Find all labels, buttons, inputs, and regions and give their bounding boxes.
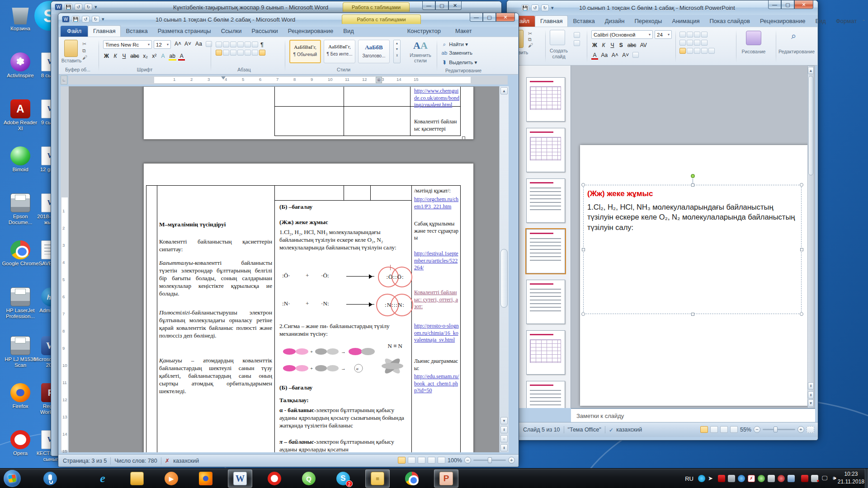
align-left-icon[interactable] [679, 48, 686, 54]
qat-dropdown-icon[interactable]: ▾ [94, 4, 97, 10]
tray-usb-icon[interactable] [728, 475, 735, 482]
tray-sync-icon[interactable] [758, 475, 765, 482]
language-indicator[interactable]: казахский [616, 427, 642, 433]
resize-handle[interactable] [691, 313, 694, 316]
align-right-icon[interactable] [230, 50, 236, 56]
zoom-in-button[interactable]: + [797, 426, 804, 433]
slide-layout-icons[interactable] [573, 31, 580, 47]
table-column-marker[interactable]: ⊞ [376, 77, 382, 83]
resize-handle[interactable] [581, 183, 585, 187]
qat-dropdown-icon[interactable]: ▾ [102, 16, 104, 22]
cut-copy-format-icons[interactable]: ✂⧉🖌 [528, 31, 533, 48]
tab-animations[interactable]: Анимация [667, 16, 704, 27]
bold-button[interactable]: Ж [591, 42, 598, 48]
columns-icon[interactable] [694, 40, 700, 46]
paste-icon[interactable] [64, 40, 78, 57]
style-normal[interactable]: АаБбВвГг,¶ Обычный [289, 40, 321, 63]
change-styles-button[interactable]: АА Изменить стили [408, 40, 433, 63]
close-button[interactable]: ✕ [794, 0, 813, 9]
undo-icon[interactable]: ↺ [75, 4, 82, 10]
new-slide-label[interactable]: Создать слайд [545, 48, 572, 59]
taskbar-powerpoint-active[interactable]: P [434, 469, 458, 488]
editing-group-label[interactable]: Редактирование [775, 49, 818, 54]
new-slide-icon[interactable] [550, 30, 565, 45]
page1-note[interactable]: Ковалентті байланыс қасиеттері [414, 118, 459, 132]
document-page-1[interactable]: http://www.chemguide.co.uk/atoms/bonding… [143, 86, 474, 140]
strikethrough-button[interactable]: abc [627, 42, 637, 48]
next-slide-icon[interactable]: ⇟ [808, 391, 814, 399]
close-button[interactable]: ✕ [496, 13, 515, 22]
numbering-icon[interactable] [687, 32, 693, 38]
underline-button[interactable]: Ч [609, 42, 616, 48]
shrink-font-button[interactable]: А˅ [621, 52, 630, 58]
multilevel-list-icon[interactable] [230, 42, 236, 47]
slide-thumbnail[interactable] [526, 77, 565, 122]
style-heading[interactable]: АаБбВЗаголово... [358, 40, 390, 63]
spellcheck-icon[interactable]: ✗ [165, 457, 170, 464]
outdent-icon[interactable] [679, 40, 686, 46]
minimize-button[interactable]: — [470, 13, 483, 22]
style-no-spacing[interactable]: АаБбВвГг,¶ Без инте... [324, 40, 355, 63]
shading-icon[interactable] [252, 50, 258, 56]
undo-icon[interactable]: ↺ [82, 16, 90, 23]
paste-label[interactable]: Вставить [60, 58, 83, 63]
minimize-ribbon-icon[interactable]: ⌃ [862, 19, 865, 24]
tab-view[interactable]: Вид [338, 26, 359, 37]
discussion-heading[interactable]: Талқылау: [279, 397, 309, 404]
assessment-1[interactable]: (Б) –бағалау [279, 203, 312, 211]
font-color-button[interactable]: А [591, 52, 598, 60]
slide-sorter-icon[interactable] [710, 426, 718, 433]
taskbar-qip[interactable]: Q [297, 469, 321, 488]
resize-handle[interactable] [582, 248, 585, 251]
task-2-text[interactable]: 2.Сигма – және пи- байланыстардың түзілу… [279, 323, 408, 338]
char-spacing-button[interactable]: AV [639, 42, 648, 48]
desktop-icon-recycle-bin[interactable]: Корзина [1, 5, 40, 32]
zoom-out-button[interactable]: − [754, 426, 760, 433]
clock[interactable]: 10:23 21.11.2018 [838, 470, 864, 486]
shrink-font-button[interactable]: А˅ [184, 41, 192, 47]
tray-network-icon[interactable]: 🖵 [821, 475, 828, 482]
tray-kaspersky-icon[interactable] [718, 475, 725, 482]
rotate-handle[interactable] [691, 174, 695, 178]
draft-view-icon[interactable] [438, 457, 445, 464]
context-tab-header[interactable]: Работа с таблицами [343, 2, 410, 12]
bullets-icon[interactable] [216, 42, 222, 47]
find-button[interactable]: ⌕ Найти ▾ [441, 41, 468, 47]
maximize-button[interactable]: ▢ [483, 13, 496, 22]
scrollbar-thumb[interactable] [500, 249, 508, 308]
save-icon[interactable]: 💾 [521, 5, 529, 11]
outdent-icon[interactable] [237, 42, 244, 47]
save-icon[interactable]: 💾 [65, 4, 72, 10]
link-orgchem[interactable]: http://orgchem.ru/chem1/P3_221.htm [414, 196, 459, 210]
change-case-button[interactable]: Аа [194, 41, 203, 47]
maximize-button[interactable]: ▢ [781, 0, 794, 9]
align-text-icon[interactable] [701, 40, 708, 46]
tab-page-layout[interactable]: Разметка страницы [153, 26, 216, 37]
fit-to-window-icon[interactable] [807, 426, 814, 433]
tray-printer-icon[interactable] [768, 475, 775, 482]
taskbar-word-active[interactable]: W [228, 469, 252, 488]
links-text-2[interactable]: Ковалентті байланыс: сутегі, оттегі, азо… [414, 289, 459, 310]
align-center-icon[interactable] [223, 50, 229, 56]
task-heading[interactable]: (Жж) жеке жұмыс [279, 219, 328, 226]
tab-design[interactable]: Дизайн [600, 16, 630, 27]
reading-view-icon[interactable] [720, 426, 728, 433]
teacher-sub[interactable]: Ковалентті байланыстың қасиеттерін сипат… [159, 238, 272, 253]
tray-search-icon[interactable] [788, 475, 795, 482]
taskbar-notes-active[interactable]: ≡ [365, 469, 390, 488]
document-page-2[interactable]: М–мұғалімнің түсіндіруі Ковалентті байла… [143, 163, 474, 452]
scroll-down-icon[interactable]: ▼ [808, 399, 814, 407]
tab-insert[interactable]: Вставка [568, 16, 599, 27]
tray-adobe-icon[interactable] [801, 475, 808, 482]
slideshow-icon[interactable] [730, 426, 738, 433]
grow-font-button[interactable]: А˄ [174, 41, 182, 47]
slide-thumbnail[interactable] [526, 381, 565, 408]
save-icon[interactable]: 💾 [72, 16, 80, 23]
document-scrollbar[interactable]: ▲ ▼ ⇞ ○ ⇟ [499, 86, 509, 452]
numbering-icon[interactable] [223, 42, 229, 47]
tab-selector[interactable]: ∟ [61, 75, 67, 84]
slide-thumbnail[interactable] [526, 128, 565, 172]
link-edusemam[interactable]: http://edu.semam.ru/book_act_chem1.php?i… [414, 373, 459, 394]
tab-references[interactable]: Ссылки [216, 26, 247, 37]
indent-icon[interactable] [245, 42, 251, 47]
